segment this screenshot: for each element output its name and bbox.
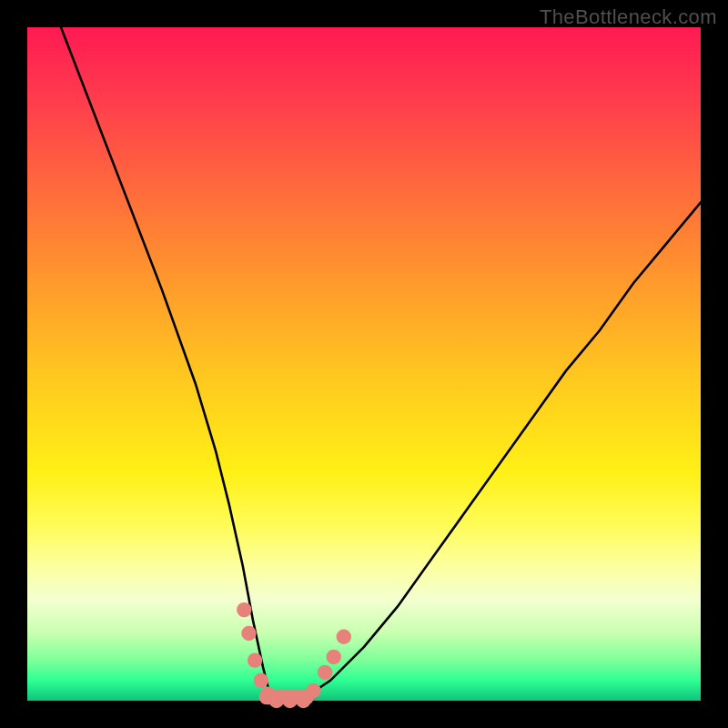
marker-point (327, 650, 341, 664)
marker-point (282, 693, 297, 708)
marker-point (248, 652, 262, 667)
marker-point (337, 630, 351, 644)
marker-point (237, 602, 251, 617)
marker-point (241, 626, 256, 641)
marker-point (269, 693, 284, 708)
watermark-label: TheBottleneck.com (540, 5, 717, 29)
chart-svg (27, 27, 701, 701)
plot-area (27, 27, 701, 701)
bottleneck-curve-path (61, 27, 701, 701)
marker-point (254, 673, 268, 688)
bottleneck-curve (61, 27, 701, 701)
marker-point (306, 683, 320, 698)
marker-point (318, 665, 332, 680)
chart-frame: TheBottleneck.com (0, 0, 728, 728)
